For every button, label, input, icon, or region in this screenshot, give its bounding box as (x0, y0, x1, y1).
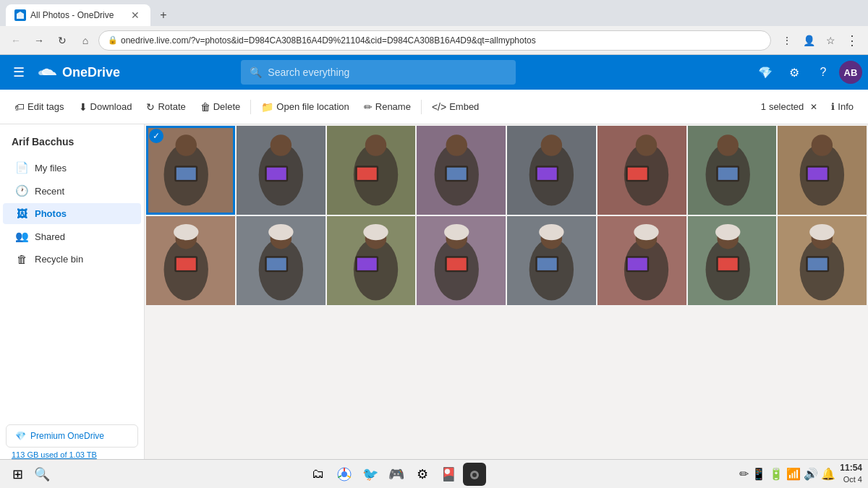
premium-button[interactable]: 💎 Premium OneDrive (6, 424, 138, 448)
tab-close-button[interactable]: ✕ (129, 9, 142, 22)
taskbar-center: 🗂 🐦 🎮 ⚙ 🎴 (54, 463, 739, 486)
back-button[interactable]: ← (6, 30, 26, 51)
premium-diamond-icon: 💎 (15, 431, 26, 441)
user-avatar[interactable]: AB (839, 61, 862, 84)
search-bar[interactable]: 🔍 Search everything (241, 60, 516, 85)
taskbar-settings-icon[interactable]: ⚙ (411, 463, 434, 486)
open-location-button[interactable]: 📁 Open file location (255, 98, 354, 116)
edit-tags-button[interactable]: 🏷 Edit tags (9, 98, 70, 116)
recycle-bin-icon: 🗑 (14, 253, 29, 265)
photo-cell[interactable] (237, 216, 326, 305)
help-button[interactable]: ? (810, 59, 836, 85)
clock-widget[interactable]: 11:54 Oct 4 (840, 462, 862, 485)
taskbar-files-icon[interactable]: 🗂 (307, 463, 330, 486)
search-icon: 🔍 (250, 67, 262, 78)
photo-cell[interactable] (778, 126, 867, 215)
bookmark-button[interactable]: ☆ (820, 30, 841, 51)
taskbar-camera-icon[interactable] (463, 463, 486, 486)
sidebar-photos-label: Photos (35, 208, 67, 219)
check-circle: ✓ (149, 129, 163, 143)
sidebar-recent-label: Recent (35, 186, 64, 197)
svg-rect-75 (417, 216, 506, 305)
photo-cell[interactable]: ✓ (146, 126, 235, 215)
info-button[interactable]: ℹ Info (825, 98, 859, 115)
refresh-button[interactable]: ↻ (52, 30, 72, 51)
download-button[interactable]: ⬇ Download (73, 98, 138, 116)
my-files-icon: 📄 (14, 161, 29, 174)
volume-icon: 🔊 (804, 467, 818, 481)
clock-date: Oct 4 (840, 474, 862, 485)
search-taskbar-button[interactable]: 🔍 (30, 463, 54, 486)
photo-cell[interactable] (688, 126, 777, 215)
toolbar-separator (250, 100, 251, 114)
taskbar-twitter-icon[interactable]: 🐦 (359, 463, 382, 486)
premium-label: Premium OneDrive (30, 431, 104, 441)
notification-icon: 🔔 (821, 467, 835, 481)
svg-rect-41 (688, 126, 777, 215)
tab-bar: All Photos - OneDrive ✕ + (0, 0, 868, 26)
extensions-button[interactable]: ⋮ (777, 30, 797, 51)
app-logo: OneDrive (38, 62, 120, 82)
embed-button[interactable]: </> Embed (426, 98, 485, 116)
photo-cell[interactable] (237, 126, 326, 215)
app-bar-right: 💎 ⚙ ? AB (752, 59, 862, 85)
photo-cell[interactable] (146, 216, 235, 305)
rotate-icon: ↻ (146, 101, 155, 113)
photo-cell[interactable] (597, 126, 686, 215)
photo-cell[interactable] (507, 216, 596, 305)
browser-nav-icons: ⋮ 👤 ☆ ⋮ (777, 30, 862, 51)
forward-button[interactable]: → (29, 30, 49, 51)
svg-rect-29 (507, 126, 596, 215)
photo-grid: ✓ (145, 124, 868, 307)
rename-button[interactable]: ✏ Rename (358, 98, 417, 116)
taskbar-cards-icon[interactable]: 🎴 (437, 463, 460, 486)
svg-rect-11 (237, 126, 326, 215)
profile-icon[interactable]: 👤 (799, 30, 819, 51)
delete-icon: 🗑 (200, 101, 210, 113)
new-tab-button[interactable]: + (153, 5, 174, 25)
tab-favicon (14, 9, 26, 21)
photo-cell[interactable] (688, 216, 777, 305)
selected-count: 1 (761, 101, 766, 112)
photo-cell[interactable] (778, 216, 867, 305)
svg-point-105 (341, 471, 347, 477)
photo-cell[interactable] (417, 216, 506, 305)
rotate-button[interactable]: ↻ Rotate (140, 98, 191, 116)
photo-cell[interactable] (597, 216, 686, 305)
active-tab[interactable]: All Photos - OneDrive ✕ (6, 4, 150, 26)
download-icon: ⬇ (79, 101, 88, 113)
system-tray-icons: ✏ 📱 🔋 📶 🔊 🔔 (739, 467, 835, 481)
delete-button[interactable]: 🗑 Delete (195, 98, 247, 116)
taskbar: ⊞ 🔍 🗂 🐦 🎮 ⚙ 🎴 ✏ 📱 🔋 📶 🔊 🔔 11:54 Oct 4 (0, 459, 868, 488)
taskbar-game-icon[interactable]: 🎮 (385, 463, 408, 486)
toolbar-right: 1 selected ✕ ℹ Info (761, 98, 859, 115)
photo-cell[interactable] (417, 126, 506, 215)
photo-cell[interactable] (327, 216, 416, 305)
photo-cell[interactable] (327, 126, 416, 215)
photos-area[interactable]: ✓ (145, 124, 868, 488)
taskbar-right: ✏ 📱 🔋 📶 🔊 🔔 11:54 Oct 4 (739, 462, 862, 485)
sidebar-item-shared[interactable]: 👥 Shared (3, 226, 141, 247)
deselect-button[interactable]: ✕ (807, 100, 821, 114)
info-icon: ℹ (831, 101, 835, 112)
home-button[interactable]: ⌂ (75, 30, 95, 51)
recent-icon: 🕐 (14, 184, 29, 197)
settings-button[interactable]: ⚙ (781, 59, 807, 85)
start-button[interactable]: ⊞ (6, 463, 29, 486)
open-location-icon: 📁 (261, 101, 273, 113)
nav-bar: ← → ↻ ⌂ 🔒 onedrive.live.com/?v=photos&id… (0, 26, 868, 55)
photo-cell[interactable] (507, 126, 596, 215)
url-text: onedrive.live.com/?v=photos&id=D984CA308… (121, 35, 536, 46)
hamburger-menu-button[interactable]: ☰ (6, 59, 32, 85)
browser-menu-button[interactable]: ⋮ (842, 30, 862, 51)
main-layout: Arif Bacchus 📄 My files 🕐 Recent 🖼 Photo… (0, 124, 868, 488)
taskbar-chrome-icon[interactable] (333, 463, 356, 486)
svg-rect-103 (778, 216, 867, 305)
address-bar[interactable]: 🔒 onedrive.live.com/?v=photos&id=D984CA3… (98, 30, 771, 51)
sidebar-item-photos[interactable]: 🖼 Photos (3, 203, 141, 224)
sidebar-item-recent[interactable]: 🕐 Recent (3, 180, 141, 202)
mobile-icon: 📱 (752, 467, 766, 481)
premium-icon-button[interactable]: 💎 (752, 59, 778, 85)
sidebar-item-my-files[interactable]: 📄 My files (3, 157, 141, 179)
sidebar-item-recycle-bin[interactable]: 🗑 Recycle bin (3, 249, 141, 270)
